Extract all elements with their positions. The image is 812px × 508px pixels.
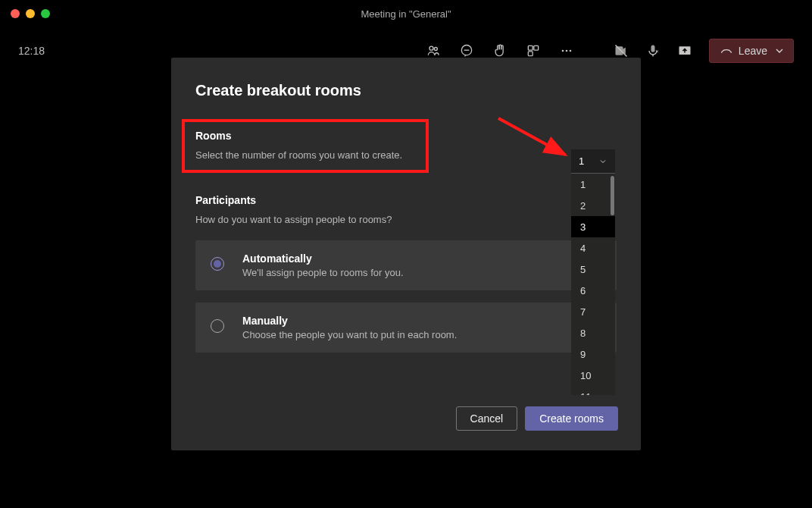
close-window-button[interactable] bbox=[11, 9, 20, 18]
room-count-option[interactable]: 7 bbox=[571, 301, 615, 322]
room-count-option[interactable]: 8 bbox=[571, 322, 615, 343]
rooms-heading: Rooms bbox=[195, 130, 415, 142]
option-auto-subtitle: We'll assign people to rooms for you. bbox=[242, 267, 404, 278]
svg-point-8 bbox=[566, 50, 568, 52]
chevron-down-icon bbox=[598, 157, 607, 166]
cancel-button[interactable]: Cancel bbox=[456, 406, 518, 431]
raise-hand-icon[interactable] bbox=[492, 43, 508, 58]
leave-button[interactable]: Leave bbox=[709, 39, 794, 63]
room-count-dropdown: 1234567891011 bbox=[571, 174, 615, 395]
svg-rect-6 bbox=[528, 52, 532, 56]
room-count-option[interactable]: 10 bbox=[571, 365, 615, 386]
room-count-option[interactable]: 11 bbox=[571, 386, 615, 395]
svg-point-1 bbox=[434, 48, 437, 51]
svg-rect-5 bbox=[534, 45, 539, 50]
share-screen-icon[interactable] bbox=[677, 43, 692, 58]
titlebar: Meeting in "General" bbox=[0, 0, 812, 27]
dialog-title: Create breakout rooms bbox=[195, 82, 620, 99]
chevron-down-icon bbox=[773, 45, 785, 57]
radio-manually[interactable] bbox=[211, 319, 224, 333]
room-count-value: 1 bbox=[579, 155, 584, 167]
option-manual-title: Manually bbox=[242, 315, 457, 327]
participants-subtitle: How do you want to assign people to room… bbox=[195, 214, 620, 225]
more-actions-icon[interactable] bbox=[559, 43, 574, 58]
svg-point-7 bbox=[562, 50, 564, 52]
room-count-option[interactable]: 6 bbox=[571, 280, 615, 301]
dialog-footer: Cancel Create rooms bbox=[456, 406, 618, 431]
svg-text:×: × bbox=[655, 48, 658, 55]
svg-rect-4 bbox=[528, 45, 532, 50]
window-controls bbox=[0, 9, 50, 18]
maximize-window-button[interactable] bbox=[41, 9, 50, 18]
option-manually[interactable]: Manually Choose the people you want to p… bbox=[195, 303, 617, 353]
leave-button-label: Leave bbox=[739, 45, 767, 57]
room-count-option[interactable]: 9 bbox=[571, 343, 615, 365]
option-auto-title: Automatically bbox=[242, 252, 404, 265]
participants-heading: Participants bbox=[195, 194, 620, 206]
mic-off-icon[interactable]: × bbox=[645, 43, 661, 58]
breakout-rooms-icon[interactable] bbox=[526, 43, 541, 58]
create-rooms-button[interactable]: Create rooms bbox=[525, 406, 618, 431]
svg-rect-11 bbox=[651, 45, 654, 52]
radio-automatically[interactable] bbox=[211, 257, 224, 271]
option-automatically[interactable]: Automatically We'll assign people to roo… bbox=[195, 240, 617, 290]
room-count-option[interactable]: 4 bbox=[571, 237, 615, 259]
room-count-option[interactable]: 3 bbox=[571, 216, 615, 237]
rooms-section-highlight: Rooms Select the number of rooms you wan… bbox=[182, 119, 429, 173]
meeting-timer: 12:18 bbox=[18, 45, 45, 57]
chat-icon[interactable] bbox=[459, 43, 474, 58]
rooms-subtitle: Select the number of rooms you want to c… bbox=[195, 149, 415, 161]
svg-point-0 bbox=[429, 46, 433, 50]
room-count-option[interactable]: 1 bbox=[571, 174, 615, 195]
room-count-option[interactable]: 5 bbox=[571, 259, 615, 280]
window-title: Meeting in "General" bbox=[0, 8, 812, 20]
svg-point-9 bbox=[570, 50, 572, 52]
room-count-select[interactable]: 1 bbox=[571, 149, 615, 174]
option-manual-subtitle: Choose the people you want to put in eac… bbox=[242, 329, 457, 340]
camera-off-icon[interactable] bbox=[614, 43, 629, 58]
participants-section: Participants How do you want to assign p… bbox=[195, 194, 620, 225]
minimize-window-button[interactable] bbox=[26, 9, 35, 18]
room-count-option[interactable]: 2 bbox=[571, 195, 615, 216]
participants-icon[interactable] bbox=[426, 43, 441, 58]
dropdown-scrollbar[interactable] bbox=[611, 176, 614, 215]
create-breakout-rooms-dialog: Create breakout rooms Rooms Select the n… bbox=[171, 58, 641, 450]
